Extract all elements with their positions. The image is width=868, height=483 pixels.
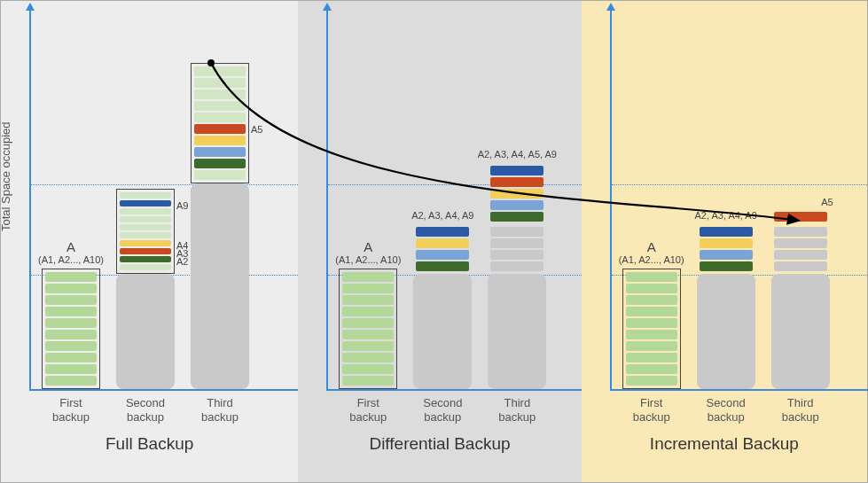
block xyxy=(45,307,97,316)
block xyxy=(490,227,543,237)
block-a4 xyxy=(416,238,469,248)
bar-group: A (A1, A2..., A10) A2, A3, A4, A9 xyxy=(612,209,858,389)
chart-diff: A (A1, A2..., A10) A2, A3, A4, A9 xyxy=(326,10,572,391)
block xyxy=(45,341,97,351)
bar-first: A (A1, A2..., A10) xyxy=(339,269,397,389)
change-label: A2, A3, A4, A5, A9 xyxy=(478,149,557,160)
diagram-container: Total Space occupied xyxy=(0,0,868,483)
y-axis-label: Total Space occupied xyxy=(0,121,12,231)
stack-a xyxy=(339,269,397,389)
x-labels: Firstbackup Secondbackup Thirdbackup xyxy=(610,396,858,425)
block xyxy=(626,307,677,316)
stack-diff-3: A2, A3, A4, A5, A9 xyxy=(488,163,546,224)
block xyxy=(774,250,827,260)
prior-backup-block xyxy=(771,274,830,389)
block-a4 xyxy=(700,238,753,248)
block xyxy=(194,78,246,88)
panel-title: Full Backup xyxy=(10,434,289,454)
prior-backup-block xyxy=(488,274,546,389)
block-a2 xyxy=(700,261,753,271)
block xyxy=(342,284,394,293)
block-a9 xyxy=(416,227,469,237)
block-a3 xyxy=(416,250,469,260)
change-label: A2, A3, A4, A9 xyxy=(694,210,756,221)
x-label: Thirdbackup xyxy=(488,396,546,425)
block-a4 xyxy=(194,136,246,145)
stack-a xyxy=(42,269,100,389)
x-label: Secondbackup xyxy=(413,396,472,425)
block xyxy=(342,376,394,386)
bar-third: A2, A3, A4, A5, A9 xyxy=(488,163,546,389)
guideline-2 xyxy=(612,184,867,185)
bar-second: A2 A3 A4 A9 xyxy=(116,189,175,389)
x-label: Thirdbackup xyxy=(771,396,830,425)
bar-third: A5 xyxy=(771,209,830,389)
block xyxy=(342,318,394,328)
block xyxy=(626,364,677,374)
block xyxy=(490,250,543,260)
chart-incr: A (A1, A2..., A10) A2, A3, A4, A9 xyxy=(610,10,858,391)
block xyxy=(342,364,394,374)
block xyxy=(194,66,246,76)
x-labels: Firstbackup Secondbackup Thirdbackup xyxy=(326,396,572,425)
block xyxy=(45,353,97,362)
block-a2 xyxy=(490,212,543,222)
block-a4: A4 xyxy=(120,240,171,246)
block xyxy=(490,238,543,248)
block xyxy=(626,284,677,293)
x-label: Firstbackup xyxy=(42,396,100,425)
stack-incr-2-grey xyxy=(771,224,830,274)
set-label: A (A1, A2..., A10) xyxy=(335,239,401,265)
block-a3 xyxy=(490,200,543,210)
block xyxy=(194,113,246,122)
block xyxy=(626,295,677,305)
block xyxy=(194,101,246,111)
block-a2 xyxy=(416,261,469,271)
block-a5 xyxy=(774,212,827,222)
block xyxy=(45,364,97,374)
panel-title: Incremental Backup xyxy=(590,434,858,454)
block xyxy=(774,238,827,248)
block-a3 xyxy=(700,250,753,260)
block xyxy=(120,216,171,222)
block xyxy=(490,261,543,271)
x-axis xyxy=(610,389,868,391)
block-a2 xyxy=(194,159,246,168)
stack-incr-2: A2, A3, A4, A9 xyxy=(697,224,755,274)
block xyxy=(45,272,97,282)
bar-group: A (A1, A2..., A10) A2 A3 A4 xyxy=(31,63,289,389)
x-labels: Firstbackup Secondbackup Thirdbackup xyxy=(29,396,289,425)
stack-full-3: A5 xyxy=(191,63,249,183)
stack-full-2: A2 A3 A4 A9 xyxy=(116,189,175,274)
block-a5: A5 xyxy=(194,124,246,134)
block xyxy=(194,90,246,99)
block xyxy=(626,376,677,386)
bar-first: A (A1, A2..., A10) xyxy=(622,269,681,389)
block-a9: A9 xyxy=(120,200,171,206)
change-label: A2, A3, A4, A9 xyxy=(411,210,473,221)
stack-diff-2-grey xyxy=(488,224,546,274)
block xyxy=(626,353,677,362)
block-a3: A3 xyxy=(120,248,171,254)
block xyxy=(342,353,394,362)
block xyxy=(120,208,171,214)
block xyxy=(626,330,677,339)
block-a4 xyxy=(490,189,543,199)
block xyxy=(120,232,171,238)
set-label: A (A1, A2..., A10) xyxy=(38,239,104,265)
block xyxy=(194,147,246,157)
bar-second: A2, A3, A4, A9 xyxy=(413,224,472,389)
block xyxy=(342,307,394,316)
panel-differential-backup: A (A1, A2..., A10) A2, A3, A4, A9 xyxy=(298,1,581,482)
x-axis xyxy=(29,389,300,391)
bar-third: A5 xyxy=(191,63,249,389)
block xyxy=(626,318,677,328)
x-label: Secondbackup xyxy=(116,396,175,425)
block xyxy=(342,341,394,351)
bar-group: A (A1, A2..., A10) A2, A3, A4, A9 xyxy=(328,163,572,389)
block xyxy=(626,272,677,282)
block xyxy=(45,318,97,328)
block-a9 xyxy=(700,227,753,237)
panel-full-backup: Total Space occupied xyxy=(1,1,298,482)
block xyxy=(342,330,394,339)
